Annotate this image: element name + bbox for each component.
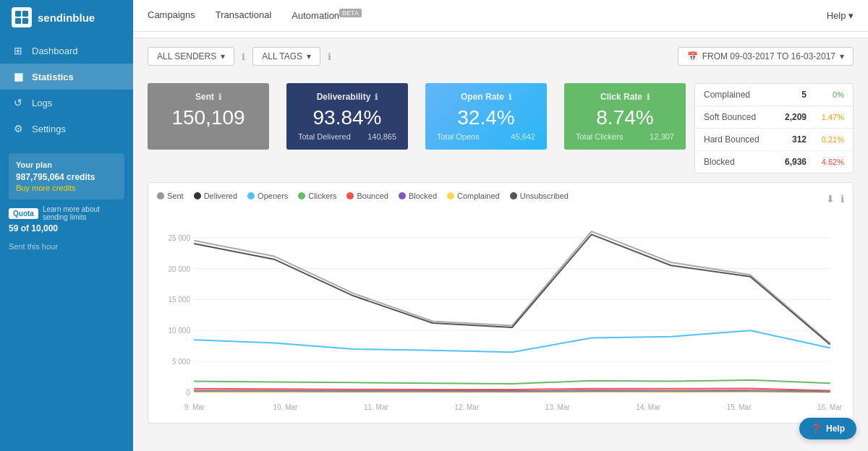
right-section: Campaigns Transactional AutomationBETA H…	[133, 0, 868, 451]
sent-info-icon[interactable]: ℹ	[218, 93, 221, 102]
content-area: STATISTICS EMAIL SMS ALL SENDERS ▾ ℹ ALL…	[133, 0, 868, 451]
quota-badge: Quota	[9, 208, 38, 219]
svg-rect-1	[22, 11, 28, 17]
statistics-icon: ▦	[12, 71, 25, 82]
date-range-filter[interactable]: 📅 FROM 09-03-2017 TO 16-03-2017 ▾	[678, 47, 854, 66]
svg-text:10. Mar: 10. Mar	[273, 403, 298, 411]
hard-bounced-label: Hard Bounced	[704, 134, 774, 145]
floating-help-button[interactable]: ❓ Help	[799, 418, 856, 439]
svg-text:13. Mar: 13. Mar	[545, 403, 571, 411]
bounce-row-complained: Complained 5 0%	[695, 84, 853, 106]
chart-container: 05 00010 00015 00020 00025 00030 0009. M…	[157, 212, 844, 414]
plan-section: Your plan 987,795,064 credits Buy more c…	[9, 153, 124, 199]
sidebar-item-logs[interactable]: ↺ Logs	[0, 90, 133, 116]
svg-rect-3	[22, 18, 28, 24]
chart-header: Sent Delivered Openers Clickers	[157, 192, 844, 206]
svg-text:0: 0	[186, 389, 190, 397]
click-rate-sub-value: 12,307	[650, 132, 674, 141]
topnav-links: Campaigns Transactional AutomationBETA	[148, 7, 827, 24]
all-tags-filter[interactable]: ALL TAGS ▾	[252, 47, 320, 66]
click-rate-value: 8.74%	[576, 106, 674, 129]
hard-bounced-count: 312	[774, 134, 807, 145]
deliverability-value: 93.84%	[298, 106, 396, 129]
sidebar-item-dashboard[interactable]: ⊞ Dashboard	[0, 38, 133, 64]
buy-credits-link[interactable]: Buy more credits	[16, 184, 117, 192]
bounce-row-blocked: Blocked 6,936 4.62%	[695, 151, 853, 173]
dashboard-icon: ⊞	[12, 45, 25, 56]
chart-info-icon[interactable]: ℹ	[841, 193, 844, 205]
quota-section: Quota Learn more about sending limits 59…	[9, 205, 124, 233]
open-rate-sub-label: Total Opens	[437, 132, 480, 141]
svg-text:11. Mar: 11. Mar	[364, 403, 389, 411]
complained-label: Complained	[704, 90, 774, 100]
legend-dot-delivered	[194, 192, 201, 199]
all-senders-filter[interactable]: ALL SENDERS ▾	[148, 47, 234, 66]
nav-campaigns[interactable]: Campaigns	[148, 7, 195, 24]
sidebar-nav: ⊞ Dashboard ▦ Statistics ↺ Logs ⚙ Settin…	[0, 38, 133, 142]
legend-unsubscribed: Unsubscribed	[510, 192, 569, 200]
svg-text:10 000: 10 000	[168, 327, 190, 335]
blocked-count: 6,936	[774, 157, 807, 167]
nav-automation[interactable]: AutomationBETA	[292, 7, 362, 24]
soft-bounced-label: Soft Bounced	[704, 112, 774, 122]
svg-text:12. Mar: 12. Mar	[454, 403, 480, 411]
open-rate-sub-value: 45,642	[511, 132, 535, 141]
quota-count: 59 of 10,000	[9, 223, 124, 233]
deliverability-sub-label: Total Delivered	[298, 132, 351, 141]
svg-text:14. Mar: 14. Mar	[636, 403, 661, 411]
legend-dot-bounced	[346, 192, 354, 199]
logo-text: sendinblue	[38, 12, 95, 24]
open-rate-label: Open Rate	[461, 92, 504, 102]
legend-dot-complained	[447, 192, 454, 199]
chart-section: Sent Delivered Openers Clickers	[148, 182, 854, 424]
complained-pct: 0%	[815, 90, 844, 99]
soft-bounced-count: 2,209	[774, 112, 807, 122]
senders-info-icon[interactable]: ℹ	[242, 51, 245, 62]
chart-legend: Sent Delivered Openers Clickers	[157, 192, 569, 200]
svg-text:25 000: 25 000	[168, 234, 190, 242]
click-rate-info-icon[interactable]: ℹ	[647, 93, 650, 102]
plan-label: Your plan	[16, 160, 117, 169]
legend-dot-openers	[247, 192, 255, 199]
stat-card-open-rate: Open Rate ℹ 32.4% Total Opens 45,642	[425, 83, 547, 150]
sidebar-item-logs-label: Logs	[32, 98, 52, 108]
logo: sendinblue	[0, 0, 133, 35]
filters-row: ALL SENDERS ▾ ℹ ALL TAGS ▾ ℹ 📅 FROM 09-0…	[133, 38, 868, 74]
legend-blocked: Blocked	[399, 192, 437, 200]
logs-icon: ↺	[12, 97, 25, 108]
svg-text:15. Mar: 15. Mar	[727, 403, 752, 411]
sidebar-item-settings[interactable]: ⚙ Settings	[0, 116, 133, 142]
help-link[interactable]: Help ▾	[827, 10, 854, 21]
blocked-pct: 4.62%	[815, 158, 844, 166]
bounce-row-hard: Hard Bounced 312 0.21%	[695, 129, 853, 151]
nav-transactional[interactable]: Transactional	[216, 7, 272, 24]
sent-value: 150,109	[159, 106, 258, 129]
legend-dot-blocked	[399, 192, 406, 199]
sidebar-item-dashboard-label: Dashboard	[32, 46, 78, 56]
stats-and-bounce: Sent ℹ 150,109 Deliverability ℹ 93.84%	[133, 74, 868, 173]
download-icon[interactable]: ⬇	[826, 193, 835, 205]
chart-actions: ⬇ ℹ	[826, 193, 844, 205]
chart-svg: 05 00010 00015 00020 00025 00030 0009. M…	[157, 212, 844, 414]
legend-sent: Sent	[157, 192, 184, 200]
logo-icon	[12, 7, 32, 27]
open-rate-value: 32.4%	[437, 106, 535, 129]
help-circle-icon: ❓	[811, 424, 822, 434]
legend-complained: Complained	[447, 192, 500, 200]
sent-this-hour: Sent this hour	[9, 242, 124, 251]
quota-link[interactable]: Learn more about sending limits	[43, 205, 124, 221]
svg-rect-2	[15, 18, 21, 24]
sidebar-item-statistics-label: Statistics	[32, 72, 74, 82]
legend-delivered: Delivered	[194, 192, 237, 200]
deliverability-info-icon[interactable]: ℹ	[375, 93, 378, 102]
tags-info-icon[interactable]: ℹ	[328, 51, 331, 62]
soft-bounced-pct: 1.47%	[815, 113, 844, 121]
legend-dot-unsubscribed	[510, 192, 517, 199]
sidebar-item-settings-label: Settings	[32, 124, 66, 134]
open-rate-info-icon[interactable]: ℹ	[509, 93, 511, 102]
deliverability-label: Deliverability	[317, 92, 371, 102]
svg-text:20 000: 20 000	[168, 265, 190, 273]
sidebar-item-statistics[interactable]: ▦ Statistics	[0, 64, 133, 90]
bounce-stats-panel: Complained 5 0% Soft Bounced 2,209 1.47%…	[694, 83, 854, 173]
svg-text:16. Mar: 16. Mar	[817, 403, 843, 411]
